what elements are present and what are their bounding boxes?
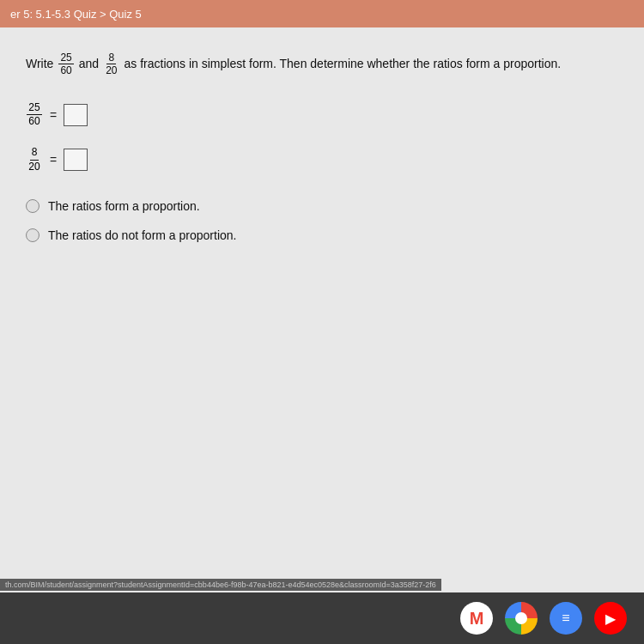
- answer-fraction-2: 8 20: [26, 146, 43, 173]
- gmail-icon[interactable]: M: [460, 602, 493, 635]
- browser-bar: er 5: 5.1-5.3 Quiz > Quiz 5: [0, 0, 644, 27]
- radio-option-1[interactable]: The ratios form a proportion.: [26, 199, 618, 213]
- answer-input-2[interactable]: [64, 149, 88, 171]
- answer-row-1: 25 60 =: [26, 101, 618, 129]
- radio-circle-1: [26, 199, 39, 213]
- equals-sign-1: =: [50, 108, 57, 122]
- equals-sign-2: =: [50, 153, 57, 167]
- youtube-icon[interactable]: ▶: [594, 602, 627, 635]
- answer-row-2: 8 20 =: [26, 146, 618, 173]
- question-rest: as fractions in simplest form. Then dete…: [125, 55, 562, 73]
- fraction-25-60: 25 60: [58, 52, 73, 77]
- question-text: Write 25 60 and 8 20 as fractions in sim…: [26, 52, 618, 77]
- radio-option-2[interactable]: The ratios do not form a proportion.: [26, 228, 618, 242]
- radio-label-1: The ratios form a proportion.: [48, 199, 200, 213]
- docs-icon[interactable]: ≡: [550, 602, 582, 635]
- answer-input-1[interactable]: [64, 104, 88, 126]
- write-label: Write: [26, 55, 53, 73]
- radio-circle-2: [26, 228, 39, 242]
- content-area: Write 25 60 and 8 20 as fractions in sim…: [0, 27, 644, 592]
- conjunction: and: [79, 55, 99, 73]
- browser-title: er 5: 5.1-5.3 Quiz > Quiz 5: [10, 8, 142, 21]
- chrome-icon[interactable]: [505, 602, 538, 635]
- taskbar: M ≡ ▶: [0, 592, 644, 644]
- answer-fraction-1: 25 60: [26, 101, 43, 129]
- url-bar: th.com/BIM/student/assignment?studentAss…: [0, 579, 441, 591]
- radio-section: The ratios form a proportion. The ratios…: [26, 199, 618, 242]
- radio-label-2: The ratios do not form a proportion.: [48, 228, 236, 242]
- fraction-8-20: 8 20: [104, 52, 118, 77]
